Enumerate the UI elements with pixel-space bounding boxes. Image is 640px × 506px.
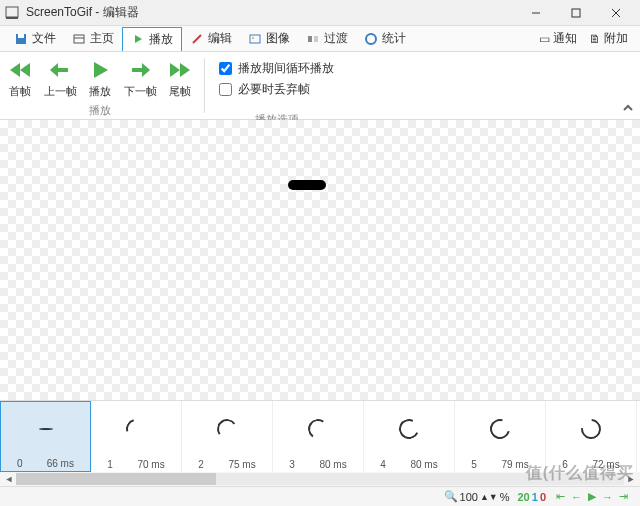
frame-index: 0: [17, 458, 23, 469]
next-frame-button[interactable]: 下一帧: [120, 56, 160, 101]
loop-checkbox-input[interactable]: [219, 62, 232, 75]
frame-index: 5: [471, 459, 477, 470]
tab-playback[interactable]: 播放: [122, 27, 182, 51]
frame-item[interactable]: 380 ms: [273, 401, 364, 472]
stats-icon: [364, 32, 378, 46]
transition-icon: [306, 32, 320, 46]
ribbon-label: 播放: [89, 84, 111, 99]
canvas-stroke: [288, 180, 326, 190]
zoom-control[interactable]: 🔍 100 ▲▼ %: [440, 490, 514, 503]
frames-panel: 066 ms 170 ms 275 ms 380 ms 480 ms 579 m…: [0, 400, 640, 472]
tab-label: 主页: [90, 30, 114, 47]
statusbar: 🔍 100 ▲▼ % 20 1 0 ⇤ ← ▶ → ⇥: [0, 486, 640, 506]
svg-marker-23: [142, 63, 150, 77]
tab-label: 播放: [149, 31, 173, 48]
frame-index: 1: [107, 459, 113, 470]
tab-label: 统计: [382, 30, 406, 47]
ribbon-label: 尾帧: [169, 84, 191, 99]
last-icon: [168, 58, 192, 82]
svg-point-13: [252, 37, 254, 39]
notify-icon: ▭: [539, 32, 550, 46]
window-title: ScreenToGif - 编辑器: [26, 4, 516, 21]
drop-checkbox[interactable]: 必要时丢弃帧: [219, 81, 334, 98]
frame-index: 4: [380, 459, 386, 470]
frame-ms: 79 ms: [501, 459, 528, 470]
play-button[interactable]: 播放: [80, 56, 120, 101]
scroll-right-button[interactable]: ►: [624, 473, 638, 485]
next-icon: [128, 58, 152, 82]
scroll-thumb[interactable]: [16, 473, 216, 485]
svg-rect-3: [572, 9, 580, 17]
svg-marker-21: [94, 62, 108, 78]
svg-marker-24: [170, 63, 180, 77]
loop-label: 播放期间循环播放: [238, 60, 334, 77]
save-icon: [14, 32, 28, 46]
frame-item[interactable]: 480 ms: [364, 401, 455, 472]
nav-first-button[interactable]: ⇤: [554, 490, 567, 503]
maximize-button[interactable]: [556, 0, 596, 26]
tab-label: 过渡: [324, 30, 348, 47]
frame-ms: 72 ms: [592, 459, 619, 470]
prev-icon: [48, 58, 72, 82]
first-icon: [8, 58, 32, 82]
tab-home[interactable]: 主页: [64, 27, 122, 50]
image-icon: [248, 32, 262, 46]
first-frame-button[interactable]: 首帧: [0, 56, 40, 101]
ribbon-separator: [204, 58, 205, 113]
frame-item[interactable]: 579 ms: [455, 401, 546, 472]
nav-next-button[interactable]: →: [600, 491, 615, 503]
svg-marker-18: [20, 63, 30, 77]
current-frame: 0: [540, 491, 546, 503]
ribbon-group-label: 播放: [89, 103, 111, 118]
svg-marker-10: [135, 35, 142, 43]
svg-rect-7: [18, 34, 24, 38]
edit-icon: [190, 32, 204, 46]
svg-rect-14: [308, 36, 312, 42]
svg-point-16: [366, 34, 376, 44]
window-controls: [516, 0, 636, 26]
tab-image[interactable]: 图像: [240, 27, 298, 50]
close-button[interactable]: [596, 0, 636, 26]
scroll-track[interactable]: [16, 473, 624, 485]
total-frames: 20: [518, 491, 530, 503]
nav-last-button[interactable]: ⇥: [617, 490, 630, 503]
tab-label: 图像: [266, 30, 290, 47]
frame-item[interactable]: 170 ms: [91, 401, 182, 472]
tab-transition[interactable]: 过渡: [298, 27, 356, 50]
svg-rect-0: [6, 7, 18, 17]
scroll-left-button[interactable]: ◄: [2, 473, 16, 485]
frame-item[interactable]: 275 ms: [182, 401, 273, 472]
tab-edit[interactable]: 编辑: [182, 27, 240, 50]
prev-frame-button[interactable]: 上一帧: [40, 56, 80, 101]
tab-label: 文件: [32, 30, 56, 47]
drop-checkbox-input[interactable]: [219, 83, 232, 96]
nav-prev-button[interactable]: ←: [569, 491, 584, 503]
loop-checkbox[interactable]: 播放期间循环播放: [219, 60, 334, 77]
selected-frames: 1: [532, 491, 538, 503]
attach-button[interactable]: 🗎 附加: [583, 28, 634, 49]
frames-scrollbar: ◄ ►: [0, 472, 640, 486]
svg-rect-12: [250, 35, 260, 43]
ribbon-collapse-button[interactable]: [622, 102, 634, 117]
frame-item[interactable]: 672 ms: [546, 401, 637, 472]
ribbon: 首帧 上一帧 播放 下一帧 尾帧 播放 播放: [0, 52, 640, 120]
minimize-button[interactable]: [516, 0, 556, 26]
last-frame-button[interactable]: 尾帧: [160, 56, 200, 101]
tab-label: 编辑: [208, 30, 232, 47]
attach-label: 附加: [604, 30, 628, 47]
nav-play-button[interactable]: ▶: [586, 490, 598, 503]
tab-file[interactable]: 文件: [6, 27, 64, 50]
tab-stats[interactable]: 统计: [356, 27, 414, 50]
frame-index: 2: [198, 459, 204, 470]
svg-rect-15: [314, 36, 318, 42]
notify-button[interactable]: ▭ 通知: [533, 28, 583, 49]
zoom-icon: 🔍: [444, 490, 458, 503]
canvas[interactable]: [0, 120, 640, 400]
frame-item[interactable]: 066 ms: [0, 401, 91, 472]
svg-marker-17: [10, 63, 20, 77]
frame-ms: 70 ms: [137, 459, 164, 470]
nav-controls: ⇤ ← ▶ → ⇥: [550, 490, 634, 503]
menubar: 文件 主页 播放 编辑 图像 过渡 统计 ▭ 通知 🗎 附加: [0, 26, 640, 52]
ribbon-label: 上一帧: [44, 84, 77, 99]
play-icon: [131, 32, 145, 46]
